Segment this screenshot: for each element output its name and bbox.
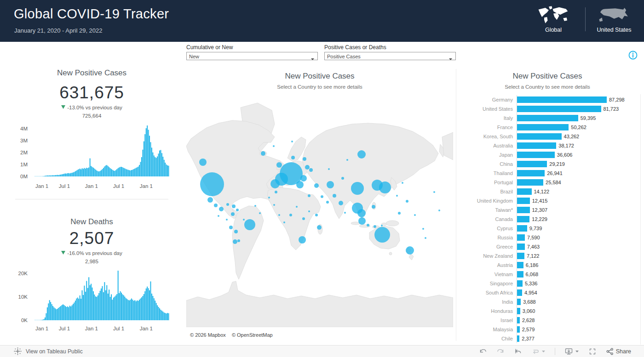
country-bar[interactable] bbox=[517, 115, 578, 121]
country-bar[interactable] bbox=[517, 188, 532, 195]
map-bubble[interactable] bbox=[231, 212, 235, 216]
ranking-row[interactable]: Korea, South43,262 bbox=[461, 132, 641, 141]
map-bubble[interactable] bbox=[315, 214, 318, 216]
map-bubble[interactable] bbox=[273, 145, 275, 147]
map-bubble[interactable] bbox=[296, 181, 304, 188]
ranking-row[interactable]: New Zealand7,122 bbox=[461, 251, 641, 261]
map-bubble[interactable] bbox=[207, 197, 213, 203]
country-bar[interactable] bbox=[517, 225, 527, 232]
map-bubble[interactable] bbox=[218, 215, 219, 217]
country-bar[interactable] bbox=[517, 299, 521, 305]
ranking-row[interactable]: Austria6,186 bbox=[461, 261, 641, 270]
ranking-row[interactable]: Thailand26,941 bbox=[461, 169, 641, 178]
country-bar[interactable] bbox=[517, 133, 562, 140]
map-bubble[interactable] bbox=[308, 194, 310, 197]
map-bubble[interactable] bbox=[406, 246, 414, 255]
map-bubble[interactable] bbox=[425, 237, 426, 239]
map-bubble[interactable] bbox=[402, 182, 403, 184]
country-bar[interactable] bbox=[517, 179, 543, 186]
map-bubble[interactable] bbox=[233, 239, 237, 244]
country-bar[interactable] bbox=[517, 142, 556, 149]
map-bubble[interactable] bbox=[351, 182, 364, 195]
map-bubble[interactable] bbox=[268, 197, 270, 198]
map-bubble[interactable] bbox=[278, 214, 280, 216]
ranking-row[interactable]: Canada12,229 bbox=[461, 215, 641, 224]
map-bubble[interactable] bbox=[254, 205, 256, 207]
map-bubble[interactable] bbox=[232, 204, 236, 208]
country-bar[interactable] bbox=[517, 152, 555, 158]
ranking-row[interactable]: Australia38,172 bbox=[461, 141, 641, 150]
map-bubble[interactable] bbox=[243, 219, 245, 221]
country-bar[interactable] bbox=[517, 262, 523, 268]
map-bubble[interactable] bbox=[236, 209, 239, 211]
map-bubble[interactable] bbox=[283, 221, 285, 223]
map-bubble[interactable] bbox=[317, 225, 322, 230]
map-bubble[interactable] bbox=[259, 212, 261, 214]
map-bubble[interactable] bbox=[291, 141, 293, 142]
country-bar[interactable] bbox=[517, 198, 530, 204]
map-bubble[interactable] bbox=[229, 226, 233, 229]
ranking-row[interactable]: Brazil14,122 bbox=[461, 187, 641, 196]
map-bubble[interactable] bbox=[273, 204, 275, 206]
nav-global[interactable]: Global bbox=[533, 6, 574, 33]
filter-measure-select[interactable]: Positive Cases bbox=[324, 52, 456, 60]
share-button[interactable]: Share bbox=[606, 347, 631, 356]
map-bubble[interactable] bbox=[374, 227, 390, 243]
map-bubble[interactable] bbox=[414, 214, 416, 216]
undo-button[interactable] bbox=[479, 347, 487, 356]
map-bubble[interactable] bbox=[433, 191, 435, 193]
map-bubble[interactable] bbox=[237, 239, 240, 242]
country-bar[interactable] bbox=[517, 335, 519, 342]
map-bubble[interactable] bbox=[214, 204, 218, 207]
map-bubble[interactable] bbox=[367, 224, 369, 227]
map-bubble[interactable] bbox=[314, 183, 319, 188]
map-bubble[interactable] bbox=[305, 165, 310, 170]
ranking-row[interactable]: Italy59,395 bbox=[461, 113, 641, 123]
map-bubble[interactable] bbox=[226, 203, 229, 206]
map-bubble[interactable] bbox=[422, 228, 424, 230]
map-bubble[interactable] bbox=[200, 172, 224, 196]
map-bubble[interactable] bbox=[438, 210, 440, 211]
map-bubble[interactable] bbox=[296, 206, 298, 208]
country-bar[interactable] bbox=[517, 271, 523, 278]
map-bubble[interactable] bbox=[309, 168, 313, 172]
map-bubble[interactable] bbox=[321, 195, 323, 198]
map-bubble[interactable] bbox=[302, 217, 305, 220]
country-bar[interactable] bbox=[517, 234, 525, 241]
country-bar[interactable] bbox=[517, 161, 547, 167]
map-bubble[interactable] bbox=[261, 151, 265, 156]
filter-cumulative-select[interactable]: New bbox=[186, 52, 318, 60]
map-bubble[interactable] bbox=[300, 175, 307, 181]
country-bar[interactable] bbox=[517, 244, 525, 250]
ranking-row[interactable]: Cyprus9,739 bbox=[461, 224, 641, 233]
ranking-row[interactable]: Russia7,590 bbox=[461, 233, 641, 242]
country-bar[interactable] bbox=[517, 207, 530, 213]
ranking-row[interactable]: Greece7,463 bbox=[461, 242, 641, 251]
ranking-row[interactable]: Chile2,377 bbox=[461, 334, 641, 343]
map-bubble[interactable] bbox=[357, 150, 366, 159]
country-bar[interactable] bbox=[517, 170, 545, 176]
country-bar[interactable] bbox=[517, 308, 520, 314]
world-bubble-map[interactable] bbox=[186, 100, 453, 327]
map-bubble[interactable] bbox=[291, 156, 295, 159]
ranking-row[interactable]: Japan36,606 bbox=[461, 150, 641, 159]
map-bubble[interactable] bbox=[398, 212, 401, 215]
ranking-row[interactable]: Singapore5,336 bbox=[461, 279, 641, 288]
map-bubble[interactable] bbox=[357, 209, 366, 217]
country-bar[interactable] bbox=[517, 317, 520, 323]
map-bubble[interactable] bbox=[234, 230, 238, 233]
replay-button[interactable] bbox=[531, 347, 546, 356]
map-bubble[interactable] bbox=[406, 200, 408, 203]
country-bar[interactable] bbox=[517, 216, 529, 222]
country-bar[interactable] bbox=[517, 326, 520, 333]
ranking-row[interactable]: Honduras3,060 bbox=[461, 306, 641, 316]
map-bubble[interactable] bbox=[303, 157, 306, 161]
info-icon[interactable] bbox=[628, 50, 638, 60]
map-bubble[interactable] bbox=[339, 201, 343, 205]
map-bubble[interactable] bbox=[270, 179, 280, 188]
nav-united-states[interactable]: United States bbox=[593, 6, 635, 33]
country-bar[interactable] bbox=[517, 280, 523, 287]
map-bubble[interactable] bbox=[308, 210, 310, 212]
map-bubble[interactable] bbox=[326, 201, 329, 204]
cases-sparkline-chart[interactable] bbox=[34, 124, 169, 176]
